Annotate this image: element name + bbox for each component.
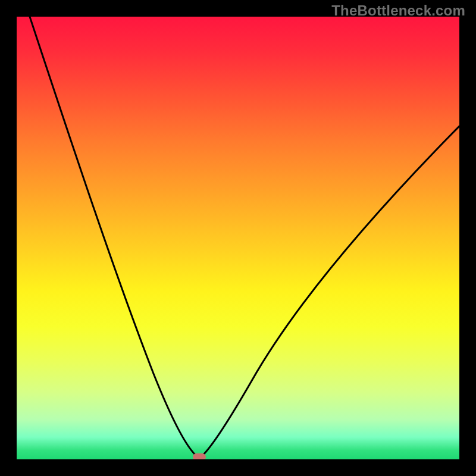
curve-path <box>30 17 459 458</box>
bottleneck-curve <box>17 17 459 459</box>
minimum-marker <box>193 453 206 459</box>
plot-area <box>17 17 459 459</box>
chart-frame: TheBottleneck.com <box>0 0 476 476</box>
